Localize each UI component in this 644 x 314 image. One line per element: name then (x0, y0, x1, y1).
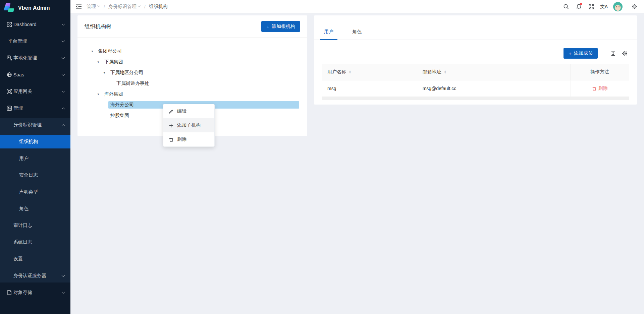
context-menu-label: 编辑 (177, 108, 186, 114)
sidebar-item-system-logs[interactable]: 系统日志 (0, 236, 70, 249)
tree-node-label: 下属街道办事处 (114, 80, 151, 87)
sidebar-item-label: 系统日志 (13, 239, 32, 245)
table-header-row: 用户名称 ▲▼ 邮箱地址 ▲▼ 操作方法 (322, 64, 629, 80)
sidebar-item-platform-mgmt[interactable]: 平台管理 (0, 35, 70, 48)
sidebar-item-label: 角色 (19, 206, 29, 212)
tree-node-street-office[interactable]: 下属街道办事处 (86, 79, 299, 87)
breadcrumb-item-organizations: 组织机构 (149, 4, 168, 10)
bell-icon[interactable] (572, 0, 585, 13)
tree-node-regional-branch[interactable]: ▼ 下属地区分公司 (86, 69, 299, 77)
delete-member-button[interactable]: 删除 (592, 85, 608, 91)
sidebar-item-localization[interactable]: 本地化管理 (0, 51, 70, 65)
tree-node-overseas-group[interactable]: ▼ 海外集团 (86, 90, 299, 98)
sidebar-item-label: 对象存储 (13, 290, 32, 296)
app-title: Vben Admin (18, 5, 50, 11)
tab-roles[interactable]: 角色 (350, 29, 364, 40)
sidebar-item-organizations[interactable]: 组织机构 (0, 135, 70, 148)
add-root-org-button[interactable]: + 添加根机构 (261, 21, 300, 32)
sidebar-item-label: 声明类型 (19, 189, 38, 195)
tab-users[interactable]: 用户 (322, 29, 335, 40)
sidebar: Vben Admin Dashboard 平台管理 本地化管理 Saas (0, 0, 70, 314)
plus-icon: + (266, 24, 269, 29)
table-scrollbar-track[interactable] (322, 97, 629, 100)
cell-actions: 删除 (571, 80, 629, 97)
sidebar-item-label: 本地化管理 (13, 55, 37, 61)
sidebar-item-label: 身份标识管理 (13, 122, 42, 128)
sidebar-item-identity-mgmt[interactable]: 身份标识管理 (0, 118, 70, 132)
file-icon (7, 290, 12, 295)
sort-desc-icon[interactable]: ▼ (444, 72, 446, 74)
context-menu-add-child-org[interactable]: 添加子机构 (163, 118, 214, 132)
sidebar-item-label: 安全日志 (19, 172, 38, 178)
breadcrumb-item-identity-mgmt[interactable]: 身份标识管理 (108, 4, 141, 10)
avatar[interactable] (613, 2, 623, 11)
sort-desc-icon[interactable]: ▼ (349, 72, 351, 74)
sidebar-item-management[interactable]: 管理 (0, 102, 70, 115)
sidebar-menu: Dashboard 平台管理 本地化管理 Saas 应用网关 (0, 18, 70, 299)
chevron-up-icon (62, 124, 64, 126)
chevron-down-icon (62, 40, 64, 43)
caret-down-icon[interactable]: ▼ (89, 50, 96, 53)
plus-icon (169, 123, 174, 128)
sidebar-item-roles[interactable]: 角色 (0, 202, 70, 215)
sidebar-item-saas[interactable]: Saas (0, 68, 70, 81)
column-label: 操作方法 (590, 69, 609, 75)
chevron-down-icon (62, 73, 64, 76)
chevron-down-icon (62, 23, 64, 26)
sidebar-item-settings[interactable]: 设置 (0, 252, 70, 266)
breadcrumb-item-management[interactable]: 管理 (87, 4, 100, 10)
search-icon[interactable] (559, 0, 572, 13)
plus-icon: + (569, 51, 572, 56)
breadcrumb-label: 管理 (87, 4, 96, 10)
sidebar-item-claim-types[interactable]: 声明类型 (0, 185, 70, 199)
tree-node-label: 控股集团 (108, 112, 131, 119)
column-header-username[interactable]: 用户名称 ▲▼ (322, 64, 417, 80)
tree-node-label: 下属集团 (102, 58, 125, 66)
tree-node-label: 下属地区分公司 (108, 69, 145, 76)
context-menu-edit[interactable]: 编辑 (163, 104, 214, 118)
context-menu-delete[interactable]: 删除 (163, 132, 214, 146)
app-logo[interactable]: Vben Admin (0, 0, 70, 16)
tree-node-sub-group[interactable]: ▼ 下属集团 (86, 58, 299, 66)
sidebar-item-label: 身份认证服务器 (13, 273, 46, 279)
chevron-down-icon (62, 291, 64, 294)
caret-down-icon[interactable]: ▼ (95, 61, 102, 64)
breadcrumb-label: 组织机构 (149, 4, 168, 10)
header-actions: 文A (559, 0, 644, 13)
menu-fold-icon[interactable] (75, 3, 83, 10)
gear-icon[interactable] (628, 0, 641, 13)
caret-down-icon[interactable]: ▼ (101, 71, 108, 74)
delete-label: 删除 (598, 85, 608, 91)
breadcrumb-label: 身份标识管理 (108, 4, 137, 10)
sidebar-item-label: 平台管理 (8, 38, 27, 44)
globe-icon (7, 72, 12, 77)
sidebar-item-users[interactable]: 用户 (0, 152, 70, 165)
sidebar-item-app-gateway[interactable]: 应用网关 (0, 85, 70, 98)
sort-icons[interactable]: ▲▼ (349, 70, 351, 74)
column-header-email[interactable]: 邮箱地址 ▲▼ (417, 64, 571, 80)
add-member-button[interactable]: + 添加成员 (564, 48, 598, 59)
breadcrumb-separator: / (104, 4, 105, 9)
sidebar-item-dashboard[interactable]: Dashboard (0, 18, 70, 31)
dashboard-icon (7, 22, 12, 27)
vben-logo-icon (4, 3, 15, 13)
sort-icons[interactable]: ▲▼ (444, 70, 446, 74)
context-menu-label: 添加子机构 (177, 122, 201, 128)
notification-dot (580, 3, 582, 5)
add-root-org-label: 添加根机构 (272, 23, 295, 29)
sidebar-item-security-logs[interactable]: 安全日志 (0, 169, 70, 182)
row-height-icon[interactable] (609, 49, 618, 58)
translate-icon[interactable]: 文A (598, 0, 610, 13)
sidebar-item-object-storage[interactable]: 对象存储 (0, 286, 70, 299)
fullscreen-icon[interactable] (585, 0, 598, 13)
tree-node-group-parent[interactable]: ▼ 集团母公司 (86, 47, 299, 55)
column-settings-gear-icon[interactable] (620, 49, 629, 58)
email-value: msg@default.cc (423, 86, 457, 91)
sidebar-item-audit-logs[interactable]: 审计日志 (0, 219, 70, 232)
tree-node-label: 集团母公司 (96, 48, 124, 55)
sidebar-item-identity-server[interactable]: 身份认证服务器 (0, 269, 70, 282)
cell-email: msg@default.cc (417, 80, 571, 97)
caret-down-icon[interactable]: ▼ (95, 93, 102, 96)
context-menu-label: 删除 (177, 136, 186, 142)
members-table: 用户名称 ▲▼ 邮箱地址 ▲▼ 操作方法 msg msg@default.cc … (322, 64, 629, 97)
